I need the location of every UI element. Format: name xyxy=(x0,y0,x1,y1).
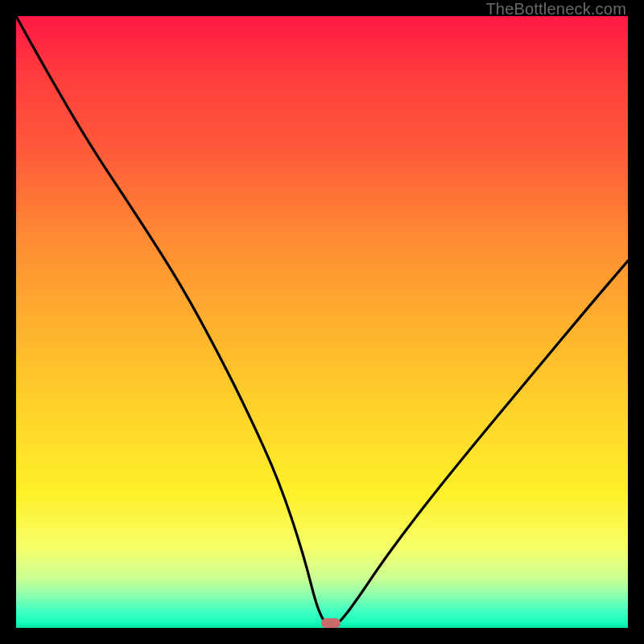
curve-path xyxy=(16,16,628,625)
optimal-point-marker xyxy=(321,618,341,628)
watermark-text: TheBottleneck.com xyxy=(485,0,626,19)
chart-frame: TheBottleneck.com xyxy=(0,0,644,644)
plot-area xyxy=(16,16,628,628)
bottleneck-curve xyxy=(16,16,628,628)
